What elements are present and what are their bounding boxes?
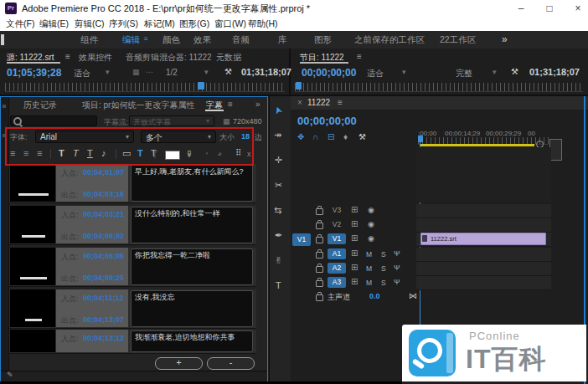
menu-item-markers[interactable]: 标记(M): [144, 18, 175, 30]
out-point-timecode[interactable]: 00;04;03;16: [83, 190, 124, 198]
track-label-v1[interactable]: V1: [328, 233, 346, 244]
timeline-timecode[interactable]: 00;00;00;00: [297, 115, 357, 127]
source-settings-wrench-icon[interactable]: ⚒: [224, 67, 232, 76]
source-settings-icon[interactable]: ▦: [132, 68, 140, 76]
program-playhead[interactable]: [296, 82, 302, 90]
marker-shield-icon[interactable]: ♦: [343, 132, 348, 141]
text-color-icon[interactable]: T: [137, 148, 143, 158]
source-panel-menu-icon[interactable]: ≡: [65, 52, 70, 61]
solo-button[interactable]: S: [381, 264, 386, 273]
menu-item-clip[interactable]: 剪辑(C): [75, 18, 105, 30]
track-visibility-eye-icon[interactable]: ◉: [368, 206, 374, 214]
track-lock-icon[interactable]: [316, 266, 323, 273]
background-color-icon[interactable]: ◔: [204, 149, 209, 158]
font-style-chevron-icon[interactable]: ▾: [208, 133, 211, 141]
caption-text-box[interactable]: 没什么特别的,和往常一样: [131, 207, 253, 243]
program-ruler[interactable]: [295, 83, 583, 92]
source-patch-v1[interactable]: V1: [292, 233, 311, 246]
captions-panel-menu-icon[interactable]: ≡: [228, 100, 233, 109]
linked-selection-icon[interactable]: ⊟: [328, 132, 334, 141]
eyedropper-icon[interactable]: ✑: [183, 150, 194, 157]
workspace-tab-saved[interactable]: 之前保存的工作区: [354, 34, 425, 46]
program-zoom-select[interactable]: 适合: [367, 68, 384, 79]
track-lock-icon[interactable]: [316, 237, 323, 243]
master-level-value[interactable]: 0.0: [369, 292, 380, 300]
timeline-tab[interactable]: 11222: [307, 98, 330, 107]
out-point-timecode[interactable]: 00;04;06;02: [83, 232, 124, 240]
effect-controls-tab[interactable]: 效果控件: [79, 52, 112, 64]
workspace-tab-audio[interactable]: 音频: [232, 34, 250, 46]
caption-text-box[interactable]: 你把我忘得一乾二净啦: [131, 248, 253, 285]
align-right-icon[interactable]: ≡: [37, 148, 42, 158]
position-grid-icon[interactable]: ⠿: [235, 148, 241, 157]
text-shadow-icon[interactable]: T: [151, 148, 157, 158]
bold-icon[interactable]: T: [59, 148, 64, 158]
menu-item-file[interactable]: 文件(F): [6, 18, 34, 30]
source-insert-icon[interactable]: ⊞: [351, 248, 358, 258]
track-lock-icon[interactable]: [316, 280, 323, 287]
track-label-a3[interactable]: A3: [328, 277, 346, 288]
italic-icon[interactable]: T: [73, 148, 79, 158]
close-button[interactable]: ×: [566, 0, 588, 17]
mute-button[interactable]: M: [366, 250, 372, 259]
nest-toggle-icon[interactable]: ✥: [297, 132, 304, 141]
source-zoom-select[interactable]: 适合: [74, 68, 90, 79]
caption-text-box[interactable]: 我渐渐衰老,迫切地想和你共事: [131, 330, 253, 352]
track-select-tool-icon[interactable]: ↠: [274, 130, 281, 141]
menu-item-graphics[interactable]: 图形(G): [179, 18, 209, 30]
source-insert-icon[interactable]: ⊞: [351, 233, 358, 243]
razor-tool-icon[interactable]: ✂: [275, 180, 282, 191]
menu-item-sequence[interactable]: 序列(S): [109, 18, 138, 30]
workspace-tab-22[interactable]: 22工作区: [440, 34, 476, 46]
track-lock-icon[interactable]: [316, 223, 323, 229]
in-point-timecode[interactable]: 00;04;13;12: [83, 334, 124, 342]
caption-search-input[interactable]: [10, 115, 97, 126]
history-tab[interactable]: 历史记录: [23, 100, 57, 111]
mute-button[interactable]: M: [366, 264, 372, 273]
source-resolution-chevron-icon[interactable]: ▾: [204, 68, 209, 76]
music-note-icon[interactable]: ♪: [101, 148, 106, 158]
source-timecode[interactable]: 01;05;39;28: [7, 67, 61, 79]
track-lock-icon[interactable]: [316, 208, 323, 215]
track-label-a2[interactable]: A2: [328, 263, 346, 274]
source-playhead[interactable]: [198, 82, 204, 90]
caption-text-box[interactable]: 早上好,嗨,老朋友,有什么新闻么?: [131, 165, 253, 202]
voiceover-mic-icon[interactable]: Ψ: [394, 278, 400, 286]
program-timecode[interactable]: 00;00;00;00: [302, 67, 356, 79]
workspace-tab-editing-menu-icon[interactable]: ≡: [144, 35, 148, 43]
work-area-bar[interactable]: [420, 144, 534, 146]
workspace-tab-graphics[interactable]: 图形: [314, 34, 332, 46]
maximize-button[interactable]: □: [538, 0, 561, 17]
track-label-a1[interactable]: A1: [328, 248, 346, 259]
track-lock-icon[interactable]: [316, 252, 323, 259]
in-point-timecode[interactable]: 00;04;11;12: [83, 294, 124, 302]
program-quality-chevron-icon[interactable]: ▾: [493, 68, 497, 76]
workspace-tab-effects[interactable]: 效果: [193, 34, 211, 46]
fit-track-icon[interactable]: ⋈: [409, 291, 417, 300]
snap-magnet-icon[interactable]: ∩: [312, 132, 318, 141]
source-options-icon[interactable]: ⋯: [146, 68, 153, 76]
in-point-timecode[interactable]: 00;04;01;07: [83, 168, 124, 177]
audio-clip-mixer-tab[interactable]: 音频剪辑混合器: 11222: [126, 52, 212, 64]
font-size-value[interactable]: 18: [241, 132, 250, 141]
source-insert-icon[interactable]: ⊞: [351, 277, 358, 286]
timeline-panel-menu-icon[interactable]: ≡: [338, 98, 343, 107]
menu-item-edit[interactable]: 编辑(E): [39, 18, 69, 30]
align-center-icon[interactable]: ≡: [23, 148, 28, 158]
timeline-close-icon[interactable]: ×: [297, 98, 302, 107]
track-label-v2[interactable]: V2: [328, 219, 346, 230]
source-zoom-chevron-icon[interactable]: ▾: [106, 68, 110, 76]
metadata-tab[interactable]: 元数据: [216, 52, 241, 64]
align-left-icon[interactable]: ≡: [10, 148, 15, 158]
menu-item-help[interactable]: 帮助(H): [248, 18, 278, 30]
minimize-button[interactable]: –: [509, 0, 533, 17]
captions-overflow-icon[interactable]: »: [255, 100, 260, 109]
out-point-timecode[interactable]: 00;04;09;25: [83, 274, 124, 282]
slip-tool-icon[interactable]: ⇆: [274, 205, 281, 216]
track-label-v3[interactable]: V3: [328, 205, 346, 216]
source-insert-icon[interactable]: ⊞: [351, 263, 358, 272]
project-tab[interactable]: 项目: pr如何统一更改字幕属性: [82, 100, 194, 111]
menu-item-window[interactable]: 窗口(W): [214, 18, 246, 30]
source-ruler[interactable]: [5, 83, 285, 92]
track-lane-v2[interactable]: [416, 218, 551, 233]
